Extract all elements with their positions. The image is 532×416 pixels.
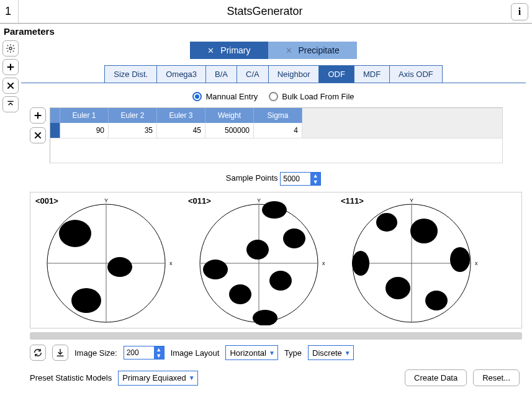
svg-point-18: [269, 271, 292, 291]
pole-figure-panel: <001> Y x <011>: [30, 192, 522, 328]
th-euler2: Euler 2: [109, 108, 157, 123]
window-title: StatsGenerator: [19, 5, 511, 18]
close-icon: [6, 81, 16, 91]
tab-primary[interactable]: ✕ Primary: [190, 42, 268, 59]
plot-scrollbar[interactable]: [30, 332, 522, 340]
td-euler1[interactable]: 90: [60, 123, 109, 138]
svg-text:x: x: [322, 260, 325, 266]
th-sigma: Sigma: [254, 108, 302, 123]
image-size-input[interactable]: [124, 346, 154, 359]
td-euler2[interactable]: 35: [109, 123, 157, 138]
th-extra: [302, 108, 502, 123]
svg-text:x: x: [169, 260, 173, 266]
table-add-row-button[interactable]: [30, 107, 46, 124]
spin-up-icon[interactable]: ▲: [154, 346, 164, 353]
table-delete-row-button[interactable]: [30, 127, 46, 143]
th-euler1: Euler 1: [60, 108, 109, 123]
close-tab-primary-icon[interactable]: ✕: [207, 46, 214, 55]
preset-models-select[interactable]: Primary Equiaxed ▼: [118, 371, 198, 386]
svg-point-7: [107, 257, 132, 277]
reset-button[interactable]: Reset...: [473, 369, 520, 386]
plus-icon: [33, 111, 43, 120]
image-layout-label: Image Layout: [171, 348, 220, 358]
pole-figure-001: Y x: [32, 195, 181, 325]
image-layout-select[interactable]: Horizontal ▼: [225, 345, 277, 360]
refresh-button[interactable]: [30, 345, 46, 361]
preset-models-label: Preset Statistic Models: [30, 373, 112, 382]
tab-precipitate[interactable]: ✕ Precipitate: [268, 42, 357, 59]
svg-text:Y: Y: [104, 197, 108, 204]
type-label: Type: [284, 348, 302, 358]
svg-text:Y: Y: [257, 197, 261, 204]
spin-down-icon[interactable]: ▼: [154, 353, 164, 359]
td-extra: [302, 123, 502, 138]
tab-axis-odf[interactable]: Axis ODF: [390, 65, 443, 83]
tab-omega3[interactable]: Omega3: [157, 65, 206, 83]
image-size-stepper[interactable]: ▲▼: [124, 346, 165, 359]
td-sigma[interactable]: 4: [254, 123, 302, 138]
svg-point-31: [425, 291, 448, 310]
info-button[interactable]: i: [511, 3, 528, 20]
add-phase-button[interactable]: [2, 59, 19, 75]
plot-001-label: <001>: [35, 196, 58, 206]
svg-point-0: [9, 47, 12, 50]
window-index: 1: [0, 0, 19, 23]
delete-phase-button[interactable]: [2, 78, 19, 94]
save-image-button[interactable]: [52, 345, 68, 361]
pole-figure-011: Y x: [184, 195, 333, 325]
scrollbar-thumb[interactable]: [30, 332, 522, 340]
svg-point-14: [262, 201, 287, 219]
radio-bulk-load-label: Bulk Load From File: [282, 92, 354, 101]
close-tab-precipitate-icon[interactable]: ✕: [286, 46, 292, 55]
tab-mdf[interactable]: MDF: [354, 65, 390, 83]
chevron-down-icon: ▼: [269, 350, 275, 356]
image-layout-value: Horizontal: [230, 348, 266, 358]
chevron-down-icon: ▼: [189, 374, 195, 381]
sample-points-label: Sample Points: [226, 173, 278, 183]
td-weight[interactable]: 500000: [205, 123, 254, 138]
tab-size-dist[interactable]: Size Dist.: [104, 65, 157, 83]
chevron-down-icon: ▼: [345, 350, 351, 356]
table-row-marker-header: [50, 108, 60, 123]
section-parameters-label: Parameters: [0, 24, 532, 38]
svg-point-26: [376, 213, 397, 232]
spin-up-icon[interactable]: ▲: [310, 173, 320, 179]
plus-icon: [6, 62, 16, 72]
td-euler3[interactable]: 45: [157, 123, 205, 138]
close-icon: [33, 130, 43, 140]
sample-points-input[interactable]: [281, 173, 310, 185]
svg-point-29: [450, 247, 470, 272]
radio-bulk-load[interactable]: [269, 92, 278, 101]
image-size-label: Image Size:: [74, 348, 117, 358]
tab-ba[interactable]: B/A: [206, 65, 237, 83]
svg-point-16: [246, 240, 269, 260]
plot-111-label: <111>: [341, 196, 364, 206]
svg-text:Y: Y: [410, 197, 413, 204]
collapse-button[interactable]: [2, 96, 19, 112]
sample-points-stepper[interactable]: ▲▼: [280, 172, 321, 186]
pole-figure-111: Y x: [337, 195, 486, 325]
settings-button[interactable]: [2, 40, 19, 57]
euler-table[interactable]: Euler 1 Euler 2 Euler 3 Weight Sigma 90 …: [50, 107, 503, 163]
radio-manual-entry-label: Mannual Entry: [205, 92, 258, 101]
svg-text:x: x: [475, 260, 478, 266]
tab-ca[interactable]: C/A: [237, 65, 269, 83]
svg-point-17: [203, 260, 228, 279]
table-row-marker[interactable]: [50, 123, 60, 138]
tab-neighbor[interactable]: Neighbor: [269, 65, 320, 83]
svg-point-27: [410, 219, 438, 243]
svg-point-20: [253, 310, 277, 325]
svg-point-19: [229, 284, 251, 304]
refresh-icon: [33, 348, 43, 358]
tab-primary-label: Primary: [220, 45, 250, 55]
type-value: Discrete: [312, 348, 342, 358]
svg-point-8: [71, 288, 101, 313]
spin-down-icon[interactable]: ▼: [310, 179, 320, 185]
table-row[interactable]: 90 35 45 500000 4: [50, 123, 502, 138]
gear-icon: [6, 43, 16, 53]
radio-manual-entry[interactable]: [192, 92, 202, 101]
create-data-button[interactable]: Create Data: [405, 369, 467, 386]
download-icon: [55, 348, 65, 358]
type-select[interactable]: Discrete ▼: [308, 345, 354, 360]
tab-odf[interactable]: ODF: [319, 65, 354, 83]
